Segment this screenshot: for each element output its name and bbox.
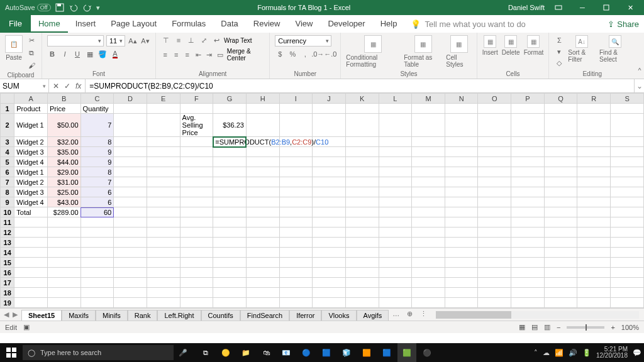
cell-G8[interactable] [213,187,247,197]
cell-K17[interactable] [345,278,379,288]
cell-A10[interactable]: Total [14,207,48,217]
tab-formulas[interactable]: Formulas [164,15,213,33]
cell-J14[interactable] [313,248,346,258]
cell-R10[interactable] [577,207,611,217]
cell-B18[interactable] [47,288,80,298]
cell-D20[interactable] [114,308,147,309]
cell-R17[interactable] [577,278,611,288]
cell-L20[interactable] [379,308,412,309]
cell-D6[interactable] [114,167,147,177]
cell-L7[interactable] [379,177,412,187]
format-painter-icon[interactable]: 🖌 [26,60,36,70]
cell-P19[interactable] [511,298,545,308]
col-header-F[interactable]: F [180,94,213,104]
cell-I11[interactable] [279,217,313,228]
cell-H8[interactable] [246,187,279,197]
cell-I10[interactable] [279,207,313,217]
cell-S19[interactable] [611,298,644,308]
cell-B5[interactable]: $44.00 [47,157,80,167]
row-header-20[interactable]: 20 [1,308,14,309]
close-button[interactable]: ✕ [620,0,640,15]
cell-M3[interactable] [412,137,445,147]
col-header-G[interactable]: G [213,94,247,104]
cell-R18[interactable] [577,288,611,298]
cell-G10[interactable] [213,207,247,217]
cell-P14[interactable] [511,248,545,258]
cell-Q18[interactable] [544,288,577,298]
cell-J12[interactable] [313,228,346,238]
row-header-17[interactable]: 17 [1,278,14,288]
cell-C9[interactable]: 6 [80,197,114,207]
horizontal-scrollbar[interactable] [436,311,639,319]
sheet-tab-iferror[interactable]: Iferror [289,310,321,321]
cell-H18[interactable] [246,288,279,298]
cell-M5[interactable] [412,157,445,167]
cell-O8[interactable] [478,187,511,197]
app-icon-3[interactable]: 🟧 [357,343,376,362]
cell-S11[interactable] [611,217,644,228]
cell-R1[interactable] [577,104,611,114]
cell-P11[interactable] [511,217,545,228]
outlook-icon[interactable]: 📧 [277,343,296,362]
cell-E13[interactable] [147,238,180,248]
tray-battery-icon[interactable]: 🔋 [582,349,591,357]
row-header-2[interactable]: 2 [1,114,14,137]
cell-L12[interactable] [379,228,412,238]
cell-H10[interactable] [246,207,279,217]
cell-D1[interactable] [114,104,147,114]
cell-B9[interactable]: $43.00 [47,197,80,207]
cell-A8[interactable]: Widget 3 [14,187,48,197]
tab-insert[interactable]: Insert [68,15,104,33]
cell-A19[interactable] [14,298,48,308]
cell-D16[interactable] [114,268,147,278]
view-layout-icon[interactable]: ▤ [531,323,538,331]
tab-home[interactable]: Home [31,15,68,33]
cell-D14[interactable] [114,248,147,258]
cell-C17[interactable] [80,278,114,288]
cell-N6[interactable] [445,167,478,177]
sheet-tab-vlooks[interactable]: Vlooks [321,310,356,321]
cell-R8[interactable] [577,187,611,197]
cell-M13[interactable] [412,238,445,248]
cell-L13[interactable] [379,238,412,248]
clear-icon[interactable]: ◇ [554,58,564,68]
cell-E16[interactable] [147,268,180,278]
sheet-tab-rank[interactable]: Rank [128,310,158,321]
bold-button[interactable]: B [47,49,57,59]
cell-O17[interactable] [478,278,511,288]
cell-O10[interactable] [478,207,511,217]
cell-A16[interactable] [14,268,48,278]
row-header-8[interactable]: 8 [1,187,14,197]
underline-button[interactable]: U [72,49,82,59]
cell-D5[interactable] [114,157,147,167]
cell-B17[interactable] [47,278,80,288]
cell-R20[interactable] [577,308,611,309]
cell-Q19[interactable] [544,298,577,308]
cell-H11[interactable] [246,217,279,228]
cell-O2[interactable] [478,114,511,137]
cell-K9[interactable] [345,197,379,207]
cell-E8[interactable] [147,187,180,197]
cell-B2[interactable]: $50.00 [47,114,80,137]
cell-Q3[interactable] [544,137,577,147]
cell-O19[interactable] [478,298,511,308]
cell-G20[interactable] [213,308,247,309]
tray-network-icon[interactable]: 📶 [555,349,564,357]
cell-N9[interactable] [445,197,478,207]
cell-I15[interactable] [279,258,313,268]
cell-Q20[interactable] [544,308,577,309]
cell-A9[interactable]: Widget 4 [14,197,48,207]
cell-Q14[interactable] [544,248,577,258]
col-header-S[interactable]: S [611,94,644,104]
cell-E18[interactable] [147,288,180,298]
merge-button[interactable]: ▭ [216,50,224,60]
col-header-Q[interactable]: Q [544,94,577,104]
cell-J6[interactable] [313,167,346,177]
cell-J13[interactable] [313,238,346,248]
zoom-out-icon[interactable]: − [557,324,560,331]
collapse-ribbon-icon[interactable]: ˄ [635,33,644,79]
cell-I8[interactable] [279,187,313,197]
cell-E20[interactable] [147,308,180,309]
cell-J18[interactable] [313,288,346,298]
cell-M11[interactable] [412,217,445,228]
